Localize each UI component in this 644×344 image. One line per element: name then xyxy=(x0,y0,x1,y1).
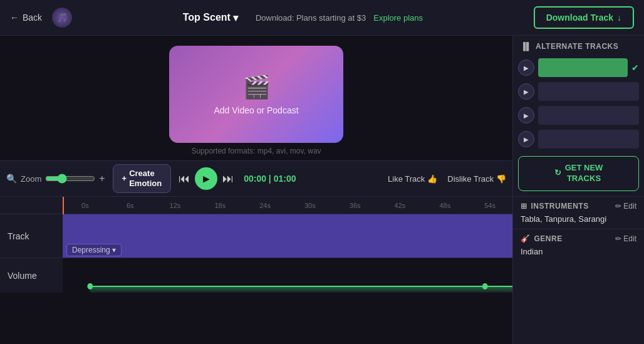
alt-track-item-2: ▶ for(var i=0;i<35;i++){var h=4+Math.abs… xyxy=(513,80,644,103)
instruments-section: ⊞ INSTRUMENTS ✏ Edit Tabla, Tanpura, Sar… xyxy=(513,196,644,229)
ruler-label-18s: 18s xyxy=(197,202,242,209)
skip-forward-button[interactable]: ⏭ xyxy=(222,172,234,185)
ruler-label-54s: 54s xyxy=(467,202,512,209)
download-track-label: Download Track xyxy=(546,13,613,23)
top-scent-button[interactable]: Top Scent ▾ xyxy=(183,12,238,24)
total-time: 01:00 xyxy=(274,174,296,184)
alt-track-item-4: ▶ for(var i=0;i<35;i++){var h=5+Math.abs… xyxy=(513,127,644,151)
alt-track-play-3[interactable]: ▶ xyxy=(518,107,534,123)
supported-formats: Supported formats: mp4, avi, mov, wav xyxy=(191,147,321,155)
top-scent-label: Top Scent xyxy=(183,12,231,23)
zoom-plus-icon[interactable]: + xyxy=(99,173,105,184)
left-panel: 🎬 Add Video or Podcast Supported formats… xyxy=(0,36,512,344)
create-emotion-button[interactable]: + Create Emotion xyxy=(113,164,172,192)
add-video-label: Add Video or Podcast xyxy=(214,105,298,115)
ruler-labels: 0s 6s 12s 18s 24s 30s 36s 42s 48s 54s xyxy=(63,202,512,209)
track-waveform[interactable]: // Generate waveform bars var bars = '';… xyxy=(63,214,512,258)
playhead-marker xyxy=(63,197,64,214)
zoom-slider[interactable] xyxy=(45,174,95,184)
right-sidebar: ▐▌ ALTERNATE TRACKS ▶ for(var i=0;i<35;i… xyxy=(512,36,644,344)
alt-track-play-4[interactable]: ▶ xyxy=(518,131,534,147)
ruler-label-42s: 42s xyxy=(378,202,423,209)
svg-point-1 xyxy=(87,283,93,289)
time-display: 00:00 | 01:00 xyxy=(244,174,296,184)
refresh-icon: ↻ xyxy=(554,168,561,179)
get-new-tracks-button[interactable]: ↻ GET NEW TRACKS xyxy=(518,156,639,191)
ruler-label-6s: 6s xyxy=(108,202,153,209)
alt-tracks-header: ▐▌ ALTERNATE TRACKS xyxy=(513,36,644,56)
genre-section: 🎸 GENRE ✏ Edit Indian xyxy=(513,229,644,261)
alt-track-item-1: ▶ for(var i=0;i<35;i++){var h=4+Math.abs… xyxy=(513,56,644,80)
svg-point-2 xyxy=(482,283,488,289)
alt-track-play-1[interactable]: ▶ xyxy=(518,60,534,76)
waveform-svg: // Generate waveform bars var bars = '';… xyxy=(63,214,512,246)
alt-track-waveform-4[interactable]: for(var i=0;i<35;i++){var h=5+Math.abs(M… xyxy=(538,130,639,149)
get-new-tracks-label: GET NEW TRACKS xyxy=(565,163,603,184)
volume-graph[interactable] xyxy=(63,258,512,293)
thumbs-down-icon: 👎 xyxy=(496,174,506,184)
zoom-section: 🔍 Zoom + xyxy=(6,173,105,184)
plus-icon: + xyxy=(122,174,127,184)
ruler-label-36s: 36s xyxy=(333,202,378,209)
ruler-label-0s: 0s xyxy=(63,202,108,209)
dislike-track-label: Dislike Track xyxy=(447,174,494,184)
play-button[interactable]: ▶ xyxy=(195,167,217,190)
controls-bar: 🔍 Zoom + + Create Emotion ⏮ ▶ ⏭ 00:00 | … xyxy=(0,160,512,197)
alt-tracks-title: ALTERNATE TRACKS xyxy=(536,42,618,51)
instruments-header-row: ⊞ INSTRUMENTS ✏ Edit xyxy=(521,202,636,211)
download-icon: ↓ xyxy=(617,13,621,23)
header-center: Top Scent ▾ Download: Plans starting at … xyxy=(82,12,524,24)
alt-track-waveform-1[interactable]: for(var i=0;i<35;i++){var h=4+Math.abs(M… xyxy=(538,58,628,77)
like-track-button[interactable]: Like Track 👍 xyxy=(388,174,437,184)
create-emotion-label: Create Emotion xyxy=(129,169,162,188)
header: ← Back 🎵 Top Scent ▾ Download: Plans sta… xyxy=(0,0,644,36)
download-track-button[interactable]: Download Track ↓ xyxy=(534,6,634,29)
instruments-value: Tabla, Tanpura, Sarangi xyxy=(521,214,636,224)
track-actions: Like Track 👍 Dislike Track 👎 xyxy=(388,174,506,184)
dislike-track-button[interactable]: Dislike Track 👎 xyxy=(447,174,506,184)
active-track-check-icon: ✔ xyxy=(631,63,639,73)
back-arrow-icon: ← xyxy=(10,13,19,23)
volume-graph-svg xyxy=(63,258,512,293)
like-track-label: Like Track xyxy=(388,174,425,184)
ruler-label-24s: 24s xyxy=(242,202,288,209)
alt-track-waveform-3[interactable]: for(var i=0;i<35;i++){var h=3+Math.abs(M… xyxy=(538,106,639,125)
instruments-icon: ⊞ xyxy=(521,202,527,211)
video-icon: 🎬 xyxy=(242,74,271,100)
video-upload-card[interactable]: 🎬 Add Video or Podcast xyxy=(169,46,343,143)
main-layout: 🎬 Add Video or Podcast Supported formats… xyxy=(0,36,644,344)
back-button[interactable]: ← Back xyxy=(10,13,42,23)
volume-row: Volume xyxy=(0,258,512,293)
transport-controls: ⏮ ▶ ⏭ xyxy=(179,167,234,190)
track-row: Track // Generate waveform bars var bars… xyxy=(0,214,512,258)
alt-track-item-3: ▶ for(var i=0;i<35;i++){var h=3+Math.abs… xyxy=(513,103,644,127)
volume-label: Volume xyxy=(0,258,63,293)
emotion-tag[interactable]: Depressing ▾ xyxy=(66,244,122,256)
zoom-label: Zoom xyxy=(21,174,41,184)
genre-header-row: 🎸 GENRE ✏ Edit xyxy=(521,234,636,243)
genre-title: 🎸 GENRE xyxy=(521,234,563,243)
timeline-ruler: 0s 6s 12s 18s 24s 30s 36s 42s 48s 54s xyxy=(0,197,512,214)
timeline-section: 0s 6s 12s 18s 24s 30s 36s 42s 48s 54s Tr… xyxy=(0,197,512,344)
instruments-edit-button[interactable]: ✏ Edit xyxy=(615,202,636,211)
search-icon: 🔍 xyxy=(6,174,17,184)
alt-track-play-2[interactable]: ▶ xyxy=(518,83,534,100)
download-info: Download: Plans starting at $3 xyxy=(256,13,366,23)
chevron-down-icon: ▾ xyxy=(233,12,238,24)
track-label: Track xyxy=(0,214,63,258)
pencil-icon: ✏ xyxy=(615,202,621,211)
logo-icon: 🎵 xyxy=(57,13,68,23)
alt-track-waveform-2[interactable]: for(var i=0;i<35;i++){var h=4+Math.abs(M… xyxy=(538,82,639,101)
back-label: Back xyxy=(23,13,42,23)
thumbs-up-icon: 👍 xyxy=(427,174,437,184)
pencil-icon-genre: ✏ xyxy=(615,234,621,243)
ruler-label-12s: 12s xyxy=(153,202,198,209)
ruler-label-48s: 48s xyxy=(422,202,467,209)
skip-back-button[interactable]: ⏮ xyxy=(179,172,190,185)
genre-value: Indian xyxy=(521,247,636,256)
ruler-label-30s: 30s xyxy=(288,202,333,209)
genre-edit-button[interactable]: ✏ Edit xyxy=(615,234,636,243)
waveform-icon: ▐▌ xyxy=(521,42,532,51)
explore-plans-link[interactable]: Explore plans xyxy=(373,13,423,23)
video-area: 🎬 Add Video or Podcast Supported formats… xyxy=(0,36,512,160)
